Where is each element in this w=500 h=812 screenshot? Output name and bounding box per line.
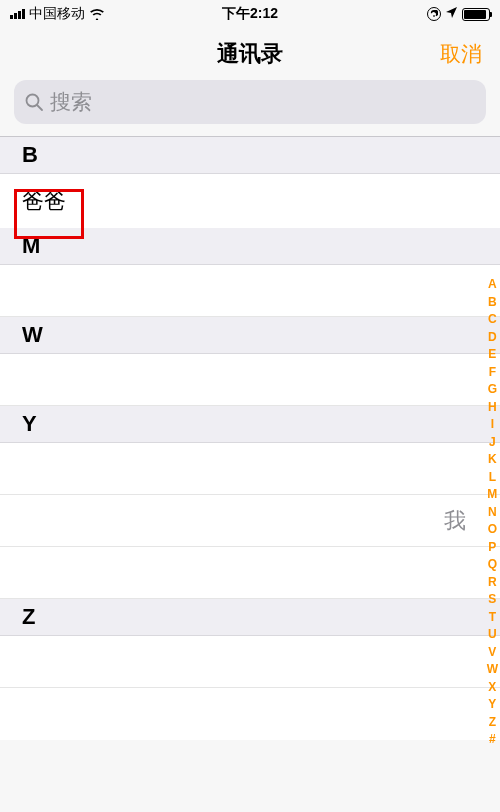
search-icon	[24, 92, 44, 112]
alphabet-index[interactable]: A B C D E F G H I J K L M N O P Q R S T …	[487, 276, 498, 749]
contact-row[interactable]	[0, 688, 500, 740]
wifi-icon	[89, 8, 105, 20]
index-letter[interactable]: J	[489, 434, 496, 452]
index-letter[interactable]: L	[489, 469, 496, 487]
contact-row[interactable]	[0, 265, 500, 317]
index-letter[interactable]: Q	[488, 556, 497, 574]
section-header-m: M	[0, 228, 500, 265]
index-letter[interactable]: S	[488, 591, 496, 609]
index-letter[interactable]: U	[488, 626, 497, 644]
location-icon	[445, 6, 458, 22]
index-letter[interactable]: F	[489, 364, 496, 382]
index-letter[interactable]: A	[488, 276, 497, 294]
contact-row[interactable]	[0, 443, 500, 495]
contacts-list[interactable]: B 爸爸 M W Y 我 Z	[0, 136, 500, 740]
status-left: 中国移动	[10, 5, 105, 23]
page-title: 通讯录	[217, 39, 283, 69]
index-letter[interactable]: I	[491, 416, 494, 434]
status-bar: 中国移动 下午2:12	[0, 0, 500, 28]
signal-icon	[10, 9, 25, 19]
search-container: 搜索	[0, 80, 500, 136]
carrier-label: 中国移动	[29, 5, 85, 23]
index-letter[interactable]: N	[488, 504, 497, 522]
section-header-y: Y	[0, 406, 500, 443]
battery-icon	[462, 8, 490, 21]
index-letter[interactable]: B	[488, 294, 497, 312]
index-letter[interactable]: W	[487, 661, 498, 679]
index-letter[interactable]: Y	[488, 696, 496, 714]
index-letter[interactable]: P	[488, 539, 496, 557]
contact-row[interactable]	[0, 547, 500, 599]
index-letter[interactable]: V	[488, 644, 496, 662]
index-letter[interactable]: K	[488, 451, 497, 469]
orientation-lock-icon	[427, 7, 441, 21]
index-letter[interactable]: C	[488, 311, 497, 329]
index-letter[interactable]: M	[487, 486, 497, 504]
index-letter[interactable]: Z	[489, 714, 496, 732]
index-letter[interactable]: R	[488, 574, 497, 592]
index-letter[interactable]: G	[488, 381, 497, 399]
index-letter[interactable]: D	[488, 329, 497, 347]
me-badge: 我	[444, 506, 466, 536]
index-letter[interactable]: T	[489, 609, 496, 627]
contact-row[interactable]	[0, 354, 500, 406]
index-letter[interactable]: #	[489, 731, 496, 749]
index-letter[interactable]: E	[488, 346, 496, 364]
nav-bar: 通讯录 取消	[0, 28, 500, 80]
section-header-b: B	[0, 137, 500, 174]
contact-row[interactable]: 爸爸	[0, 174, 500, 228]
status-time: 下午2:12	[222, 5, 278, 23]
cancel-button[interactable]: 取消	[440, 40, 482, 68]
index-letter[interactable]: X	[488, 679, 496, 697]
search-placeholder: 搜索	[50, 88, 92, 116]
search-input[interactable]: 搜索	[14, 80, 486, 124]
index-letter[interactable]: O	[488, 521, 497, 539]
contact-row[interactable]	[0, 636, 500, 688]
svg-line-1	[37, 105, 42, 110]
status-right	[427, 6, 490, 22]
section-header-w: W	[0, 317, 500, 354]
index-letter[interactable]: H	[488, 399, 497, 417]
contact-row-me[interactable]: 我	[0, 495, 500, 547]
section-header-z: Z	[0, 599, 500, 636]
